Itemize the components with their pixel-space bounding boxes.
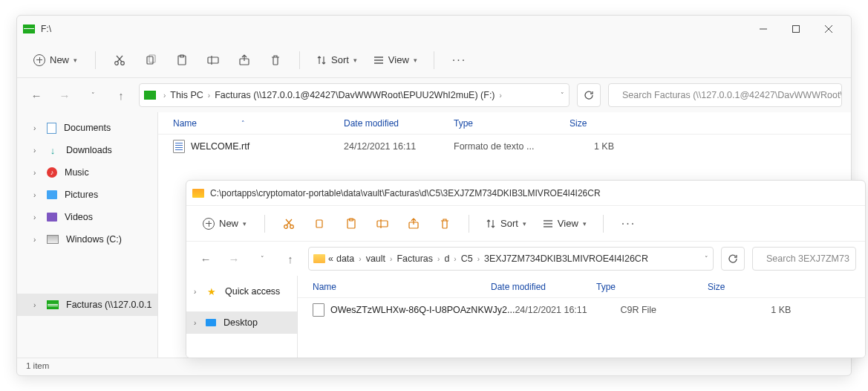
file-icon: [313, 303, 324, 317]
back-button[interactable]: ←: [26, 85, 47, 106]
cut-button[interactable]: [275, 210, 302, 237]
paste-button[interactable]: [169, 47, 195, 74]
column-header-size[interactable]: Size: [570, 118, 629, 129]
view-icon: [373, 55, 384, 65]
file-size: 1 KB: [570, 141, 629, 152]
recent-button[interactable]: ˅: [82, 85, 103, 106]
share-button[interactable]: [231, 47, 258, 74]
sort-caret-icon: ˄: [241, 120, 245, 127]
column-header-date[interactable]: Date modified: [491, 282, 596, 292]
svg-point-20: [284, 224, 288, 228]
chevron-down-icon: ▾: [523, 220, 526, 227]
separator: [434, 51, 434, 69]
address-bar[interactable]: › This PC › Facturas (\\127.0.0.1@42427\…: [139, 83, 570, 107]
breadcrumb[interactable]: Facturas: [397, 253, 433, 264]
file-name: OWesZTzWLHXw-86Q-I-U8POAzNKWJy2...: [330, 305, 515, 315]
breadcrumb[interactable]: 3EXJ7ZM734DKIB3LMIVROE4I4I26CR: [484, 253, 648, 264]
sort-label: Sort: [331, 54, 349, 65]
sidebar-item-label: Quick access: [225, 286, 280, 297]
more-button[interactable]: ···: [445, 54, 474, 67]
sidebar-item-quick-access[interactable]: ›★Quick access: [186, 280, 297, 303]
table-row[interactable]: OWesZTzWLHXw-86Q-I-U8POAzNKWJy2... 24/12…: [298, 298, 865, 322]
file-date: 24/12/2021 16:11: [344, 141, 454, 152]
address-bar[interactable]: « data › vault › Facturas › d › C5 › 3EX…: [308, 247, 714, 271]
refresh-button[interactable]: [721, 247, 745, 271]
sort-icon: [316, 55, 327, 65]
table-row[interactable]: WELCOME.rtf 24/12/2021 16:11 Formato de …: [158, 135, 851, 158]
breadcrumb[interactable]: vault: [366, 253, 385, 264]
recent-button[interactable]: ˅: [252, 248, 273, 269]
sidebar-item-facturas[interactable]: ›Facturas (\\127.0.0.1: [17, 294, 157, 316]
new-label: New: [219, 218, 238, 229]
chevron-down-icon[interactable]: ˅: [705, 255, 708, 262]
up-button[interactable]: ↑: [280, 248, 301, 269]
svg-point-5: [121, 61, 125, 65]
delete-button[interactable]: [262, 47, 289, 74]
svg-line-22: [287, 219, 292, 225]
view-button[interactable]: View ▾: [537, 214, 593, 233]
search-input[interactable]: Search 3EXJ7ZM73: [752, 247, 856, 271]
breadcrumb[interactable]: Facturas (\\127.0.0.1@42427\DavWWWRoot\E…: [215, 90, 495, 100]
chevron-right-icon: ›: [162, 91, 167, 100]
separator: [95, 51, 96, 69]
rename-button[interactable]: [200, 47, 226, 74]
sidebar-item-windows-c[interactable]: ›Windows (C:): [17, 228, 157, 251]
chevron-down-icon[interactable]: ˅: [561, 91, 564, 99]
refresh-button[interactable]: [577, 83, 601, 107]
sort-button[interactable]: Sort ▾: [310, 51, 363, 69]
forward-button[interactable]: →: [223, 248, 244, 269]
column-header-date[interactable]: Date modified: [344, 118, 454, 129]
column-header-size[interactable]: Size: [708, 282, 782, 292]
navigation-bar: ← → ˅ ↑ › This PC › Facturas (\\127.0.0.…: [17, 78, 851, 112]
titlebar[interactable]: C:\portapps\cryptomator-portable\data\va…: [186, 181, 865, 206]
cut-button[interactable]: [106, 47, 133, 74]
up-button[interactable]: ↑: [111, 85, 131, 106]
sidebar-item-music[interactable]: ›♪Music: [17, 161, 157, 184]
breadcrumb-prefix[interactable]: «: [328, 253, 333, 264]
search-input[interactable]: Search Facturas (\\127.0.0.1@42427\DavWW…: [608, 83, 842, 107]
sidebar-item-label: Documents: [64, 123, 111, 133]
rename-button[interactable]: [369, 210, 396, 237]
breadcrumb[interactable]: This PC: [170, 90, 203, 100]
sidebar: ›Documents ›↓Downloads ›♪Music ›Pictures…: [17, 112, 158, 358]
chevron-right-icon: ›: [357, 255, 362, 263]
copy-button[interactable]: [137, 47, 164, 74]
file-type: C9R File: [620, 305, 731, 315]
sidebar-item-documents[interactable]: ›Documents: [17, 117, 157, 139]
rtf-file-icon: [173, 140, 185, 153]
breadcrumb[interactable]: C5: [461, 253, 473, 264]
sidebar-item-desktop[interactable]: ›Desktop: [186, 311, 297, 334]
svg-rect-27: [377, 221, 388, 227]
column-header-name[interactable]: Name: [298, 282, 491, 292]
paste-button[interactable]: [338, 210, 365, 237]
sidebar-item-pictures[interactable]: ›Pictures: [17, 184, 157, 206]
breadcrumb[interactable]: data: [336, 253, 354, 264]
music-icon: ♪: [47, 167, 57, 178]
plus-icon: [203, 218, 215, 230]
drive-icon: [144, 91, 156, 100]
sidebar-item-downloads[interactable]: ›↓Downloads: [17, 139, 157, 161]
titlebar[interactable]: F:\: [17, 16, 851, 42]
column-header-name[interactable]: Name˄: [158, 118, 344, 129]
breadcrumb[interactable]: d: [444, 253, 449, 264]
back-button[interactable]: ←: [195, 248, 216, 269]
maximize-button[interactable]: [780, 17, 812, 41]
new-button[interactable]: New ▾: [195, 214, 254, 233]
copy-button[interactable]: [307, 210, 333, 237]
minimize-button[interactable]: [747, 17, 780, 41]
svg-point-21: [290, 224, 294, 228]
close-button[interactable]: [812, 17, 845, 41]
chevron-down-icon: ▾: [74, 56, 77, 64]
column-header-type[interactable]: Type: [454, 118, 570, 129]
new-button[interactable]: New ▾: [26, 51, 85, 70]
delete-button[interactable]: [431, 210, 458, 237]
column-header-type[interactable]: Type: [596, 282, 708, 292]
sidebar-item-label: Pictures: [65, 190, 98, 200]
chevron-down-icon: ▾: [353, 56, 357, 64]
more-button[interactable]: ···: [614, 217, 643, 230]
view-button[interactable]: View ▾: [368, 51, 423, 69]
sort-button[interactable]: Sort ▾: [480, 214, 532, 233]
forward-button[interactable]: →: [54, 85, 75, 106]
share-button[interactable]: [400, 210, 427, 237]
sidebar-item-videos[interactable]: ›Videos: [17, 206, 157, 228]
